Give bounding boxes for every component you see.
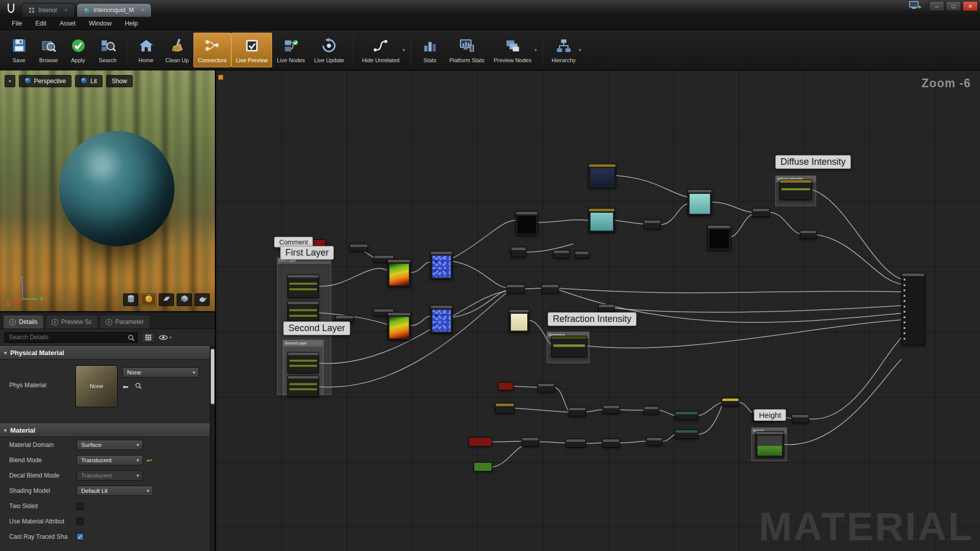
menu-asset[interactable]: Asset — [53, 18, 82, 29]
graph-node[interactable] — [537, 383, 555, 392]
phys-material-thumbnail[interactable]: None — [76, 365, 117, 407]
graph-node[interactable] — [569, 407, 586, 416]
restore-button[interactable]: □ — [946, 1, 961, 11]
toolbar-browse-button[interactable]: Browse — [34, 33, 63, 67]
graph-node[interactable] — [800, 230, 817, 239]
tab-close-icon[interactable]: ✕ — [64, 8, 68, 13]
preview-sphere-button[interactable] — [141, 293, 156, 306]
graph-node[interactable] — [511, 247, 526, 257]
view-options-button[interactable]: ▾ — [159, 334, 172, 341]
blend-mode-dropdown[interactable]: Translucent▼ — [77, 455, 143, 465]
viewport-show-button[interactable]: Show — [106, 75, 133, 87]
toolbar-apply-button[interactable]: Apply — [63, 33, 93, 67]
graph-node[interactable] — [430, 251, 453, 280]
graph-node[interactable] — [779, 180, 812, 200]
preview-cylinder-button[interactable] — [123, 293, 138, 306]
comment-title-refraction-intensity[interactable]: Refraction Intensity — [548, 312, 636, 326]
preview-plane-button[interactable] — [159, 293, 174, 306]
graph-node[interactable] — [387, 259, 411, 287]
menu-window[interactable]: Window — [82, 18, 118, 29]
comment-title-second-layer[interactable]: Second Layer — [283, 321, 350, 335]
graph-node[interactable] — [752, 208, 770, 217]
scrollbar-thumb[interactable] — [211, 349, 214, 404]
chevron-down-icon[interactable]: ▾ — [534, 47, 537, 53]
input-pin[interactable] — [903, 321, 905, 323]
chevron-down-icon[interactable]: ▾ — [579, 47, 581, 53]
graph-node[interactable] — [589, 208, 615, 233]
toolbar-save-button[interactable]: Save — [4, 33, 34, 67]
tab-preview-sc[interactable]: iPreview Sc — [45, 315, 98, 329]
material-output-node[interactable] — [901, 273, 925, 345]
input-pin[interactable] — [903, 295, 905, 297]
input-pin[interactable] — [903, 327, 905, 329]
tab-details[interactable]: iDetails — [3, 315, 44, 329]
graph-node[interactable] — [598, 304, 615, 312]
toolbar-live-preview-button[interactable]: Live Preview — [231, 33, 272, 67]
input-pin[interactable] — [903, 316, 905, 318]
tab-close-icon[interactable]: ✕ — [140, 8, 144, 13]
graph-node[interactable] — [646, 437, 663, 445]
input-pin[interactable] — [903, 284, 905, 286]
comment-title-diffuse-intensity[interactable]: Diffuse Intensity — [775, 155, 851, 169]
graph-node[interactable] — [498, 382, 513, 390]
graph-node[interactable] — [755, 431, 784, 458]
material-domain-dropdown[interactable]: Surface▼ — [77, 440, 143, 450]
graph-node[interactable] — [675, 430, 698, 439]
graph-node[interactable] — [287, 274, 319, 298]
graph-node[interactable] — [707, 225, 731, 251]
input-pin[interactable] — [903, 300, 905, 302]
graph-node[interactable] — [553, 250, 570, 258]
input-pin[interactable] — [903, 311, 905, 313]
graph-node[interactable] — [602, 439, 620, 447]
comment-title-first-layer[interactable]: First Layer — [280, 246, 334, 260]
input-pin[interactable] — [903, 338, 905, 340]
graph-node[interactable] — [495, 403, 514, 413]
comment-title-height[interactable]: Height — [754, 409, 786, 421]
preview-cube-button[interactable] — [177, 293, 192, 306]
menu-edit[interactable]: Edit — [29, 18, 53, 29]
graph-node[interactable] — [474, 462, 492, 471]
graph-node[interactable] — [644, 406, 659, 414]
graph-node[interactable] — [722, 398, 739, 406]
graph-node[interactable] — [506, 284, 525, 293]
graph-node[interactable] — [287, 352, 319, 373]
toolbar-live-nodes-button[interactable]: Live Nodes — [272, 33, 309, 67]
preview-viewport[interactable]: ▾PerspectiveLitShow Z Y X — [0, 70, 215, 312]
graph-node[interactable] — [542, 284, 559, 293]
graph-node[interactable] — [675, 411, 698, 420]
input-pin[interactable] — [903, 279, 905, 281]
phys-material-dropdown[interactable]: None ▼ — [122, 367, 199, 378]
graph-node[interactable] — [469, 437, 492, 446]
toolbar-home-button[interactable]: Home — [131, 33, 161, 67]
cast-ray-traced-sha-checkbox[interactable]: ✓ — [77, 533, 84, 540]
chevron-down-icon[interactable]: ▾ — [403, 47, 405, 53]
graph-node[interactable] — [792, 414, 809, 423]
graph-node[interactable] — [516, 211, 538, 236]
viewport-perspective-button[interactable]: Perspective — [19, 75, 72, 87]
browse-to-asset-icon[interactable] — [135, 382, 142, 391]
graph-node[interactable] — [522, 437, 539, 446]
toolbar-hide-unrelated-button[interactable]: Hide Unrelated — [357, 33, 404, 67]
toolbar-hierarchy-button[interactable]: Hierarchy — [547, 33, 580, 67]
search-details-input[interactable] — [4, 332, 138, 343]
viewport-options-button[interactable]: ▾ — [5, 75, 15, 87]
details-scrollbar[interactable] — [210, 346, 215, 551]
graph-node[interactable] — [644, 220, 661, 229]
viewport-lit-button[interactable]: Lit — [75, 75, 103, 87]
material-node-graph[interactable]: First LayerSecond LayerDiffuse Intensity… — [216, 70, 980, 551]
input-pin[interactable] — [903, 306, 905, 308]
graph-node[interactable] — [387, 312, 411, 340]
window-tab-interior[interactable]: Interior✕ — [21, 3, 75, 17]
property-matrix-button[interactable] — [141, 332, 155, 343]
menu-file[interactable]: File — [5, 18, 29, 29]
window-tab-interioriquid-m[interactable]: Interioriquid_M✕ — [77, 3, 152, 17]
graph-node[interactable] — [551, 336, 587, 357]
menu-help[interactable]: Help — [118, 18, 144, 29]
graph-node[interactable] — [430, 305, 453, 334]
toolbar-connectors-button[interactable]: Connectors — [193, 33, 231, 67]
toolbar-clean-up-button[interactable]: Clean Up — [161, 33, 193, 67]
reset-to-default-icon[interactable]: ↩ — [146, 457, 152, 464]
shading-model-dropdown[interactable]: Default Lit▼ — [77, 486, 153, 496]
tab-parameter[interactable]: iParameter — [100, 315, 150, 329]
toolbar-platform-stats-button[interactable]: Platform Stats — [445, 33, 489, 67]
